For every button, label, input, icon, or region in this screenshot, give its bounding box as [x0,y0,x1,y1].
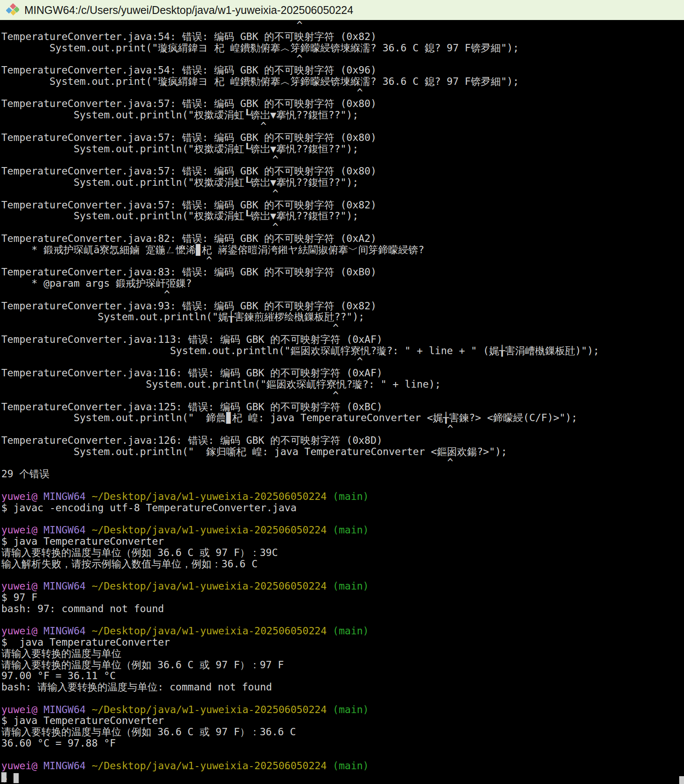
terminal-line-out: TemperatureConverter.java:116: 错误: 编码 GB… [1,368,684,379]
terminal-line-caret: ^ [1,20,684,31]
terminal-line-prompt: yuwei@ MINGW64 ~/Desktop/java/w1-yuweixi… [1,581,684,592]
terminal-line-out: 请输入要转换的温度与单位（例如 36.6 C 或 97 F）：36.6 C [1,727,684,738]
terminal-line-out: 请输入要转换的温度与单位（例如 36.6 C 或 97 F）：39C [1,547,684,559]
terminal-line-out: TemperatureConverter.java:57: 错误: 编码 GBK… [1,166,684,177]
terminal-line-out: System.out.println("鏂囦欢琛屼牸寮忛?璇?: " + lin… [1,345,684,357]
terminal-line-prompt: yuwei@ MINGW64 ~/Desktop/java/w1-yuweixi… [1,761,684,772]
prompt-host: MINGW64 [37,580,86,592]
terminal-line-out: TemperatureConverter.java:57: 错误: 编码 GBK… [1,98,684,110]
terminal-line-cmd: $ java TemperatureConverter [1,536,684,547]
terminal-line-out: TemperatureConverter.java:125: 错误: 编码 GB… [1,402,684,413]
terminal-line-out: TemperatureConverter.java:83: 错误: 编码 GBK… [1,267,684,278]
terminal-line-out: System.out.println("娓╁害鍊煎繀椤绘槸鏁板瓧??"); [1,312,684,323]
terminal-line-out: System.out.println(" 鎵归噺杞 崲: java Temper… [1,446,684,458]
msys2-logo-icon [6,3,19,17]
terminal-line-out: TemperatureConverter.java:126: 错误: 编码 GB… [1,435,684,446]
error-caret: ^ [1,20,302,31]
terminal-line-out: TemperatureConverter.java:113: 错误: 编码 GB… [1,334,684,345]
terminal-line-out: TemperatureConverter.java:82: 错误: 编码 GBK… [1,233,684,245]
prompt-host: MINGW64 [37,524,86,536]
terminal-line-cursor: $ [1,772,7,782]
terminal-line-prompt: yuwei@ MINGW64 ~/Desktop/java/w1-yuweixi… [1,491,684,503]
terminal-line-out: 请输入要转换的温度与单位 [1,648,684,660]
terminal-line-caret: ^ [1,289,684,301]
terminal-line-caret: ^ [1,323,684,334]
terminal-line-out: System.out.println("杈撳叆涓虹┖锛岀▼搴忛??鍑恒??"); [1,211,684,222]
prompt-host: MINGW64 [37,760,86,771]
terminal-line-out: System.out.println("杈撳叆涓虹┖锛岀▼搴忛??鍑恒??"); [1,110,684,121]
terminal-line-out: System.out.print("璇疯緭鍏ヨ 杞 崲鐨勬俯搴︿笌鍗曚綅锛堜緥濡… [1,43,684,54]
prompt-user: yuwei@ [1,580,37,592]
error-caret: ^ [1,423,453,435]
prompt-branch: (main) [327,760,369,771]
prompt-host: MINGW64 [37,491,86,502]
terminal-line-out: System.out.println(" 鍗曟▊杞 崲: java Temper… [1,412,684,424]
terminal-line-out: TemperatureConverter.java:93: 错误: 编码 GBK… [1,301,684,312]
prompt-user: yuwei@ [1,625,37,637]
terminal-line-out: TemperatureConverter.java:57: 错误: 编码 GBK… [1,200,684,211]
terminal-line-blank [1,513,684,525]
prompt-path: ~/Desktop/java/w1-yuweixia-202506050224 [86,524,327,536]
terminal-line-out: 请输入要转换的温度与单位（例如 36.6 C 或 97 F）：97 F [1,660,684,671]
terminal-line-out: TemperatureConverter.java:57: 错误: 编码 GBK… [1,132,684,144]
prompt-host: MINGW64 [37,625,86,637]
prompt-path: ~/Desktop/java/w1-yuweixia-202506050224 [86,580,327,592]
prompt-user: yuwei@ [1,524,37,536]
error-caret: ^ [1,457,453,468]
terminal-line-caret: ^ [1,188,684,200]
prompt-branch: (main) [327,625,369,637]
terminal-line-blank [1,570,684,581]
terminal-line-caret: ^ [1,424,684,435]
prompt-path: ~/Desktop/java/w1-yuweixia-202506050224 [86,625,327,637]
terminal-line-caret: ^ [1,457,684,469]
terminal-line-blank [1,749,684,761]
prompt-user: yuwei@ [1,704,37,715]
terminal-line-out: 97.00 °F = 36.11 °C [1,670,684,682]
terminal-line-caret: ^ [1,356,684,368]
terminal-body[interactable]: ^TemperatureConverter.java:54: 错误: 编码 GB… [0,20,684,784]
terminal-line-out: 36.60 °C = 97.88 °F [1,738,684,749]
prompt-host: MINGW64 [37,704,86,715]
prompt-branch: (main) [327,704,369,715]
error-caret: ^ [1,221,278,233]
terminal-line-prompt: yuwei@ MINGW64 ~/Desktop/java/w1-yuweixi… [1,626,684,637]
terminal-line-out: TemperatureConverter.java:54: 错误: 编码 GBK… [1,31,684,43]
terminal-line-out: * @param args 鍛戒护琛屽弬鏁? [1,278,684,289]
terminal-line-cmd: $ java TemperatureConverter [1,637,684,648]
terminal-line-caret: ^ [1,154,684,166]
terminal-line-out: * 鍛戒护琛屼ā寮忥細鏀 寔鍦ㄥ懡浠▊杞 嶈鍙傛暟涓洿鎺ヤ紶閫掓俯搴﹀间笌鍗曚綅… [1,245,684,256]
terminal-line-caret: ^ [1,390,684,402]
terminal-line-caret: ^ [1,121,684,132]
window-titlebar: MINGW64:/c/Users/yuwei/Desktop/java/w1-y… [0,0,684,20]
prompt-user: yuwei@ [1,760,37,771]
terminal-line-out: bash: 请输入要转换的温度与单位: command not found [1,682,684,693]
error-caret: ^ [1,356,363,367]
prompt-dollar: $ [1,772,13,783]
terminal-line-out: System.out.println("杈撳叆涓虹┖锛岀▼搴忛??鍑恒??"); [1,144,684,155]
error-caret: ^ [1,53,302,64]
error-caret: ^ [1,154,278,165]
terminal-line-prompt: yuwei@ MINGW64 ~/Desktop/java/w1-yuweixi… [1,704,684,716]
terminal-line-caret: ^ [1,222,684,233]
error-caret: ^ [1,255,212,266]
error-caret: ^ [1,322,339,334]
error-caret: ^ [1,87,363,98]
terminal-line-out: System.out.println("杈撳叆涓虹┖锛岀▼搴忛??鍑恒??"); [1,177,684,188]
prompt-branch: (main) [327,524,369,536]
prompt-branch: (main) [327,491,369,502]
terminal-line-caret: ^ [1,54,684,65]
terminal-line-blank [1,614,684,626]
prompt-path: ~/Desktop/java/w1-yuweixia-202506050224 [86,760,327,771]
scrollbar-thumb[interactable] [679,776,684,784]
error-caret: ^ [1,390,339,401]
terminal-line-out: System.out.print("璇疯緭鍏ヨ 杞 崲鐨勬俯搴︿笌鍗曚綅锛堜緥濡… [1,76,684,87]
terminal-line-blank [1,693,684,704]
terminal-line-out: TemperatureConverter.java:54: 错误: 编码 GBK… [1,65,684,76]
terminal-line-out: 29 个错误 [1,469,684,480]
terminal-line-cmd: $ java TemperatureConverter [1,715,684,727]
terminal-line-prompt: yuwei@ MINGW64 ~/Desktop/java/w1-yuweixi… [1,525,684,536]
terminal-line-cmd: $ 97 F [1,592,684,603]
prompt-path: ~/Desktop/java/w1-yuweixia-202506050224 [86,491,327,502]
window-title: MINGW64:/c/Users/yuwei/Desktop/java/w1-y… [24,4,353,17]
error-caret: ^ [1,188,278,199]
